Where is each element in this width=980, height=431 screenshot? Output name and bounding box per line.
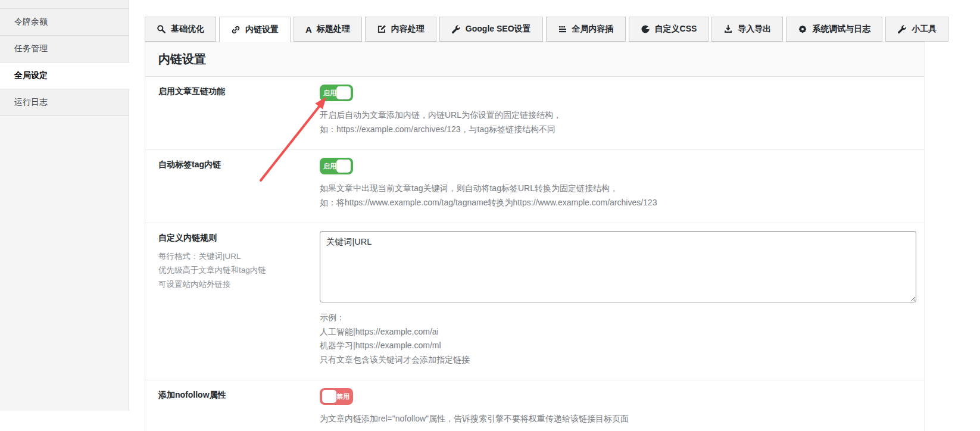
tab-internal-links[interactable]: 内链设置 bbox=[219, 17, 291, 42]
tab-label: Google SEO设置 bbox=[466, 24, 531, 35]
tab-label: 内链设置 bbox=[245, 24, 279, 35]
tab-title-processing[interactable]: A 标题处理 bbox=[294, 17, 362, 42]
toggle-state-label: 禁用 bbox=[336, 392, 349, 401]
link-icon bbox=[231, 25, 241, 35]
tab-label: 小工具 bbox=[912, 24, 937, 35]
sidebar-item-token-balance[interactable]: 令牌余额 bbox=[0, 9, 129, 36]
setting-row-custom-rules: 自定义内链规则 每行格式：关键词|URL 优先级高于文章内链和tag内链 可设置… bbox=[145, 223, 924, 380]
edit-icon bbox=[377, 24, 386, 34]
setting-examples: 示例： 人工智能|https://example.com/ai 机器学习|htt… bbox=[320, 311, 916, 367]
tab-label: 自定义CSS bbox=[655, 24, 697, 35]
nofollow-toggle[interactable]: 禁用 bbox=[320, 388, 353, 405]
tab-label: 全局内容插 bbox=[572, 24, 614, 35]
toggle-knob bbox=[336, 160, 351, 173]
tag-interlink-toggle[interactable]: 启用 bbox=[320, 158, 353, 174]
setting-label: 启用文章互链功能 bbox=[158, 86, 320, 97]
tab-basic-optimization[interactable]: 基础优化 bbox=[145, 17, 216, 42]
setting-row-nofollow: 添加nofollow属性 禁用 为文章内链添加rel="nofollow"属性，… bbox=[145, 380, 924, 431]
tab-label: 标题处理 bbox=[317, 24, 350, 35]
sidebar-item-run-log[interactable]: 运行日志 bbox=[0, 89, 129, 116]
tab-label: 导入导出 bbox=[738, 24, 771, 35]
tab-import-export[interactable]: 导入导出 bbox=[711, 17, 783, 42]
setting-description: 开启后自动为文章添加内链，内链URL为你设置的固定链接结构， 如：https:/… bbox=[320, 108, 911, 136]
toggle-knob bbox=[322, 390, 336, 403]
download-icon bbox=[723, 24, 733, 34]
tab-system-debug-log[interactable]: 系统调试与日志 bbox=[786, 17, 882, 42]
setting-description: 如果文章中出现当前文章tag关键词，则自动将tag标签URL转换为固定链接结构，… bbox=[320, 182, 911, 210]
sidebar-item-partial bbox=[0, 0, 129, 9]
article-interlink-toggle[interactable]: 启用 bbox=[320, 85, 353, 101]
tab-custom-css[interactable]: 自定义CSS bbox=[629, 17, 709, 42]
tab-small-tools[interactable]: 小工具 bbox=[885, 17, 948, 42]
sidebar-item-global-settings[interactable]: 全局设定 bbox=[0, 63, 129, 89]
settings-tabbar: 基础优化 内链设置 A 标题处理 内容处理 bbox=[145, 0, 925, 42]
setting-description: 为文章内链添加rel="nofollow"属性，告诉搜索引擎不要将权重传递给该链… bbox=[320, 412, 911, 426]
custom-rules-textarea[interactable]: 关键词|URL bbox=[320, 231, 916, 302]
gear-icon bbox=[798, 24, 807, 34]
toggle-state-label: 启用 bbox=[323, 162, 336, 171]
setting-label: 自动标签tag内链 bbox=[158, 160, 320, 170]
setting-hints: 每行格式：关键词|URL 优先级高于文章内链和tag内链 可设置站内站外链接 bbox=[158, 249, 320, 291]
tab-label: 基础优化 bbox=[171, 24, 204, 35]
main-area: 基础优化 内链设置 A 标题处理 内容处理 bbox=[145, 0, 925, 431]
tab-label: 系统调试与日志 bbox=[812, 24, 870, 35]
page-title: 内链设置 bbox=[145, 42, 924, 77]
sidebar: 令牌余额 任务管理 全局设定 运行日志 bbox=[0, 0, 129, 411]
css-circle-icon bbox=[641, 24, 650, 34]
tab-label: 内容处理 bbox=[391, 24, 425, 35]
wrench-icon bbox=[451, 24, 461, 34]
setting-label: 添加nofollow属性 bbox=[158, 390, 320, 401]
tab-content-processing[interactable]: 内容处理 bbox=[365, 17, 436, 42]
tab-google-seo[interactable]: Google SEO设置 bbox=[439, 17, 543, 42]
toggle-state-label: 启用 bbox=[323, 89, 336, 98]
setting-row-article-interlink: 启用文章互链功能 启用 开启后自动为文章添加内链，内链URL为你设置的固定链接结… bbox=[145, 77, 924, 150]
toggle-knob bbox=[336, 86, 351, 99]
sidebar-item-task-management[interactable]: 任务管理 bbox=[0, 36, 129, 63]
wrench-icon bbox=[897, 24, 907, 34]
settings-panel: 内链设置 启用文章互链功能 启用 开启后自动为文章添加内链，内链URL为你设置的… bbox=[145, 42, 925, 431]
app-layout: 令牌余额 任务管理 全局设定 运行日志 基础优化 内链设置 A 标题 bbox=[0, 0, 980, 431]
letter-a-icon: A bbox=[305, 24, 312, 35]
setting-row-tag-interlink: 自动标签tag内链 启用 如果文章中出现当前文章tag关键词，则自动将tag标签… bbox=[145, 150, 924, 223]
sidebar-filler bbox=[0, 116, 129, 411]
search-icon bbox=[157, 24, 166, 34]
tab-global-content-insert[interactable]: 全局内容插 bbox=[546, 17, 626, 42]
setting-label: 自定义内链规则 bbox=[158, 233, 320, 243]
list-icon bbox=[558, 24, 567, 34]
